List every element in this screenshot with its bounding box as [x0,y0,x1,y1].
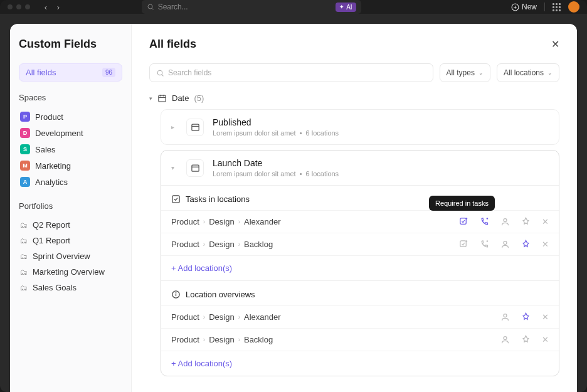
user-avatar[interactable] [568,1,579,13]
svg-point-18 [487,218,489,220]
required-icon[interactable] [459,217,468,226]
space-marketing[interactable]: MMarketing [19,157,122,174]
location-row: Product›Design›Backlog ✕ [161,328,559,351]
checkbox-icon [171,194,181,204]
pin-icon[interactable] [521,217,531,226]
search-icon [147,3,154,11]
collapse-icon[interactable]: ▾ [171,164,177,171]
person-icon[interactable] [500,240,510,249]
breadcrumbs[interactable]: Product›Design›Backlog [171,335,273,344]
remove-icon[interactable]: ✕ [542,240,549,249]
portfolio-item[interactable]: 🗂Sales Goals [19,280,122,295]
close-button[interactable]: ✕ [551,38,559,50]
space-sales[interactable]: SSales [19,141,122,157]
portfolio-item[interactable]: 🗂Sprint Overview [19,248,122,264]
briefcase-icon: 🗂 [20,236,28,245]
svg-rect-7 [159,95,166,102]
chevron-down-icon: ⌄ [479,70,484,76]
field-title: Published [213,117,339,127]
info-icon [171,290,181,299]
svg-point-5 [157,70,162,75]
overview-section-header: Location overviews [161,281,559,305]
breadcrumbs[interactable]: Product›Design›Alexander [171,312,281,322]
calendar-icon [186,119,204,136]
search-placeholder: Search... [158,3,188,11]
ai-badge[interactable]: AI [336,3,356,12]
pin-icon[interactable] [521,240,531,249]
type-filter[interactable]: All types⌄ [440,63,490,82]
svg-point-19 [504,219,507,222]
briefcase-icon: 🗂 [20,221,28,230]
svg-rect-20 [460,241,466,246]
group-header[interactable]: ▾ Date (5) [149,93,559,103]
svg-line-1 [152,8,153,9]
svg-point-27 [504,314,507,317]
person-icon[interactable] [500,217,510,226]
svg-point-22 [487,240,489,242]
contact-icon[interactable] [480,217,489,226]
search-fields-input[interactable]: Search fields [149,63,433,82]
calendar-icon [157,93,167,103]
tasks-section-header: Tasks in locations [161,186,559,210]
person-icon[interactable] [500,312,510,322]
svg-line-6 [162,74,163,75]
topbar: ‹ › Search... AI New [0,0,587,14]
field-sub: Lorem ipsum dolor sit amet•6 locations [213,170,339,177]
portfolio-item[interactable]: 🗂Q1 Report [19,233,122,248]
plus-circle-icon [511,3,519,11]
expand-icon[interactable]: ▸ [171,124,177,130]
space-product[interactable]: PProduct [19,109,122,125]
remove-icon[interactable]: ✕ [542,335,549,344]
apps-grid-icon[interactable] [553,3,561,11]
spaces-header: Spaces [19,93,122,102]
search-icon [156,69,164,77]
contact-icon[interactable] [480,240,489,249]
forward-button[interactable]: › [53,3,64,12]
breadcrumbs[interactable]: Product›Design›Alexander [171,217,281,226]
location-filter[interactable]: All locations⌄ [497,63,559,82]
calendar-icon [186,159,204,177]
svg-point-23 [504,241,507,245]
add-location-button[interactable]: + Add location(s) [161,255,559,280]
svg-point-0 [148,4,152,9]
pin-icon[interactable] [521,335,531,344]
tooltip: Required in tasks [429,196,495,211]
field-row[interactable]: ▾ Launch Date Lorem ipsum dolor sit amet… [161,151,559,185]
portfolio-item[interactable]: 🗂Q2 Report [19,217,122,233]
field-card-launch-date: ▾ Launch Date Lorem ipsum dolor sit amet… [161,150,559,376]
portfolios-header: Portfolios [19,201,122,211]
svg-rect-11 [191,124,198,130]
svg-rect-16 [460,218,466,224]
pin-icon[interactable] [521,312,531,322]
svg-rect-13 [191,165,198,171]
field-title: Launch Date [213,158,339,168]
sidebar: Custom Fields All fields 96 Spaces PProd… [10,24,132,392]
field-row[interactable]: ▸ Published Lorem ipsum dolor sit amet•6… [161,110,559,144]
briefcase-icon: 🗂 [20,252,28,261]
add-location-button[interactable]: + Add location(s) [161,351,559,376]
svg-point-26 [176,293,176,294]
required-icon[interactable] [459,240,468,249]
person-icon[interactable] [500,335,510,344]
location-row: Product›Design›Alexander ✕ [161,305,559,328]
remove-icon[interactable]: ✕ [542,312,549,322]
new-button[interactable]: New [511,3,537,11]
location-row: Product›Design›Alexander Required in tas… [161,210,559,233]
svg-point-17 [466,218,468,220]
svg-point-21 [466,240,468,242]
svg-point-28 [504,337,507,340]
window-controls[interactable] [8,4,30,9]
page-title: All fields [149,38,196,51]
global-search[interactable]: Search... AI [142,0,361,14]
remove-icon[interactable]: ✕ [542,217,549,226]
svg-rect-15 [172,196,179,203]
caret-down-icon: ▾ [149,95,152,102]
field-card-published: ▸ Published Lorem ipsum dolor sit amet•6… [161,109,559,145]
all-fields-filter[interactable]: All fields 96 [19,63,122,82]
space-analytics[interactable]: AAnalytics [19,174,122,190]
portfolio-item[interactable]: 🗂Marketing Overview [19,264,122,280]
briefcase-icon: 🗂 [20,283,28,292]
breadcrumbs[interactable]: Product›Design›Backlog [171,240,273,249]
back-button[interactable]: ‹ [40,3,51,12]
space-development[interactable]: DDevelopment [19,125,122,141]
